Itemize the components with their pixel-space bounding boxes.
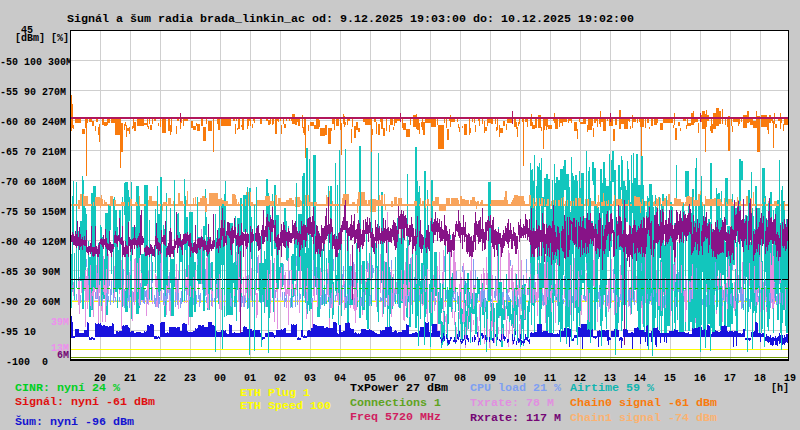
svg-text:Signál: nyní -61 dBm: Signál: nyní -61 dBm xyxy=(15,395,155,409)
svg-text:-80 40 120M: -80 40 120M xyxy=(0,237,66,248)
svg-text:-100 0: -100 0 xyxy=(0,357,48,368)
svg-text:CINR: nyní 24 %: CINR: nyní 24 % xyxy=(15,381,120,395)
svg-text:ETH Speed 100: ETH Speed 100 xyxy=(240,399,331,413)
svg-text:Airtime 59 %: Airtime 59 % xyxy=(570,381,654,395)
svg-text:[dBm] [%]: [dBm] [%] xyxy=(15,33,69,44)
svg-text:-85 30 90M: -85 30 90M xyxy=(0,267,60,278)
svg-text:Chain0 signal -61 dBm: Chain0 signal -61 dBm xyxy=(570,396,717,410)
svg-text:CPU load 21 %: CPU load 21 % xyxy=(470,381,561,395)
svg-text:15: 15 xyxy=(664,373,676,384)
svg-text:-75 50 150M: -75 50 150M xyxy=(0,207,66,218)
svg-text:03: 03 xyxy=(304,373,316,384)
svg-text:-50 100 300M: -50 100 300M xyxy=(0,57,72,68)
svg-text:22: 22 xyxy=(154,373,166,384)
svg-text:08: 08 xyxy=(454,373,466,384)
svg-text:02: 02 xyxy=(274,373,286,384)
svg-text:39M: 39M xyxy=(51,317,69,328)
svg-text:ETH Plug 1: ETH Plug 1 xyxy=(240,386,310,400)
svg-text:Connections 1: Connections 1 xyxy=(350,396,441,410)
svg-text:[h]: [h] xyxy=(771,383,789,394)
svg-text:-90 20 60M: -90 20 60M xyxy=(0,297,60,308)
svg-text:-55 90 270M: -55 90 270M xyxy=(0,87,66,98)
svg-text:Freq 5720 MHz: Freq 5720 MHz xyxy=(350,410,441,424)
svg-text:Šum: nyní -96 dBm: Šum: nyní -96 dBm xyxy=(15,415,134,429)
svg-text:Signál a šum radia brada_linki: Signál a šum radia brada_linkin_ac od: 9… xyxy=(67,12,634,26)
svg-text:-60 80 240M: -60 80 240M xyxy=(0,117,66,128)
svg-text:TxPower 27 dBm: TxPower 27 dBm xyxy=(350,381,448,395)
svg-text:21: 21 xyxy=(124,373,136,384)
svg-text:04: 04 xyxy=(334,373,346,384)
svg-text:6M: 6M xyxy=(57,350,69,361)
svg-text:Chain1 signal -74 dBm: Chain1 signal -74 dBm xyxy=(570,411,717,425)
svg-text:Txrate: 78 M: Txrate: 78 M xyxy=(470,396,554,410)
svg-text:17: 17 xyxy=(724,373,736,384)
svg-text:01: 01 xyxy=(244,373,256,384)
svg-text:-95 10: -95 10 xyxy=(0,327,36,338)
svg-text:19: 19 xyxy=(784,373,796,384)
svg-text:-70 60 180M: -70 60 180M xyxy=(0,177,66,188)
svg-text:18: 18 xyxy=(754,373,766,384)
svg-text:23: 23 xyxy=(184,373,196,384)
svg-text:00: 00 xyxy=(214,373,226,384)
svg-text:-65 70 210M: -65 70 210M xyxy=(0,147,66,158)
svg-text:16: 16 xyxy=(694,373,706,384)
svg-text:Rxrate: 117 M: Rxrate: 117 M xyxy=(470,411,561,425)
